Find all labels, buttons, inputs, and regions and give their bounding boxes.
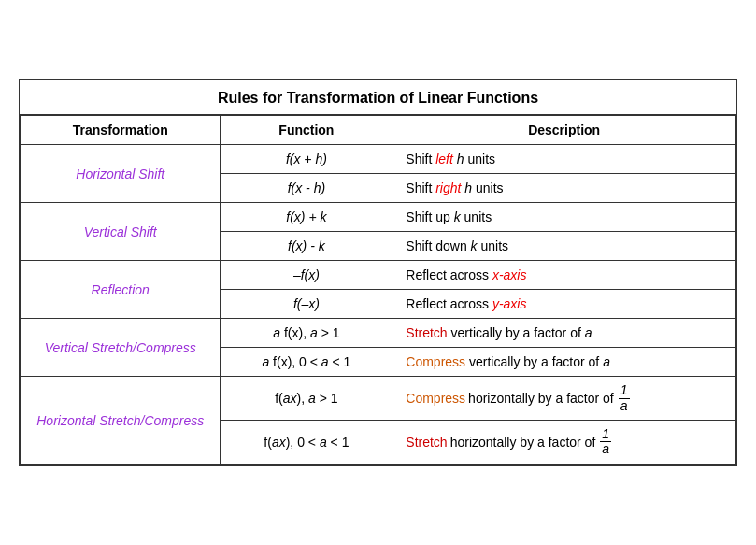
- description-cell: Stretch vertically by a factor of a: [392, 319, 736, 348]
- transform-label-horizontal-stretch: Horizontal Stretch/Compress: [21, 377, 221, 465]
- function-cell: f(x + h): [221, 145, 392, 174]
- header-row: Transformation Function Description: [21, 116, 736, 145]
- function-cell: a f(x), a > 1: [221, 319, 392, 348]
- description-cell: Shift up k units: [392, 203, 736, 232]
- main-table: Transformation Function Description Hori…: [20, 115, 736, 465]
- header-transformation: Transformation: [21, 116, 221, 145]
- description-cell: Shift down k units: [392, 232, 736, 261]
- function-cell: f(ax), 0 < a < 1: [221, 421, 392, 465]
- description-cell: Compress vertically by a factor of a: [392, 348, 736, 377]
- transform-label-horizontal-shift: Horizontal Shift: [21, 145, 221, 203]
- function-cell: f(ax), a > 1: [221, 377, 392, 421]
- description-cell: Reflect across y-axis: [392, 290, 736, 319]
- function-cell: f(–x): [221, 290, 392, 319]
- description-cell: Shift right h units: [392, 174, 736, 203]
- table-row: Vertical Shift f(x) + k Shift up k units: [21, 203, 736, 232]
- table-row: Reflection –f(x) Reflect across x-axis: [21, 261, 736, 290]
- description-cell: Stretch horizontally by a factor of 1 a: [392, 421, 736, 465]
- function-cell: –f(x): [221, 261, 392, 290]
- transform-label-vertical-shift: Vertical Shift: [21, 203, 221, 261]
- table-title: Rules for Transformation of Linear Funct…: [20, 80, 736, 115]
- table-row: Horizontal Stretch/Compress f(ax), a > 1…: [21, 377, 736, 421]
- table-row: Vertical Stretch/Compress a f(x), a > 1 …: [21, 319, 736, 348]
- transform-label-vertical-stretch: Vertical Stretch/Compress: [21, 319, 221, 377]
- function-cell: f(x) - k: [221, 232, 392, 261]
- description-cell: Compress horizontally by a factor of 1 a: [392, 377, 736, 421]
- description-cell: Reflect across x-axis: [392, 261, 736, 290]
- function-cell: f(x) + k: [221, 203, 392, 232]
- header-description: Description: [392, 116, 736, 145]
- description-cell: Shift left h units: [392, 145, 736, 174]
- function-cell: f(x - h): [221, 174, 392, 203]
- header-function: Function: [221, 116, 392, 145]
- table-wrapper: Rules for Transformation of Linear Funct…: [19, 79, 737, 466]
- transform-label-reflection: Reflection: [21, 261, 221, 319]
- table-row: Horizontal Shift f(x + h) Shift left h u…: [21, 145, 736, 174]
- function-cell: a f(x), 0 < a < 1: [221, 348, 392, 377]
